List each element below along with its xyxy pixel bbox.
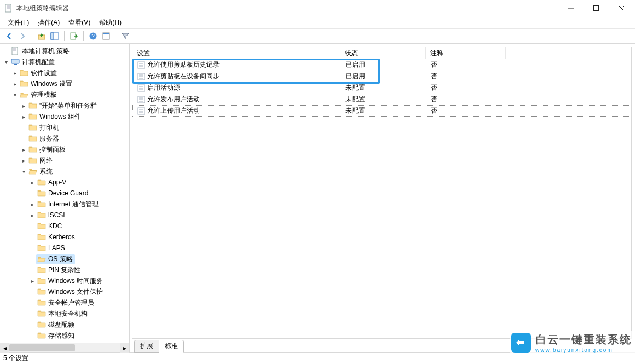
- setting-name-cell: 允许上传用户活动: [133, 106, 341, 115]
- tree-twisty[interactable]: ▸: [28, 278, 36, 284]
- setting-name-cell: 允许剪贴板在设备间同步: [133, 72, 341, 81]
- column-header-comment[interactable]: 注释: [426, 47, 506, 59]
- settings-list: 设置 状态 注释 允许使用剪贴板历史记录已启用否允许剪贴板在设备间同步已启用否启…: [132, 47, 632, 339]
- menu-view[interactable]: 查看(V): [64, 17, 95, 28]
- tree-label: Windows 设置: [31, 79, 72, 89]
- status-text: 5 个设置: [3, 354, 28, 363]
- setting-row[interactable]: 允许剪贴板在设备间同步已启用否: [132, 71, 631, 82]
- setting-name: 允许上传用户活动: [147, 106, 200, 115]
- tree-windows-components[interactable]: ▸Windows 组件: [2, 111, 129, 122]
- tree-label: Windows 时间服务: [48, 276, 103, 286]
- tree-computer-config[interactable]: ▾计算机配置: [2, 56, 129, 67]
- toolbar: ?: [0, 28, 635, 44]
- column-header-state[interactable]: 状态: [340, 47, 426, 59]
- tree-twisty[interactable]: ▸: [11, 70, 19, 76]
- close-button[interactable]: [609, 0, 634, 16]
- maximize-button[interactable]: [584, 0, 609, 16]
- tree-pin-complexity[interactable]: PIN 复杂性: [2, 264, 129, 275]
- tree-twisty[interactable]: ▸: [20, 114, 27, 120]
- tree-twisty[interactable]: ▸: [11, 81, 19, 87]
- window-title: 本地组策略编辑器: [16, 4, 558, 13]
- app-icon: [4, 4, 13, 13]
- scroll-right-arrow[interactable]: ▸: [120, 343, 129, 353]
- column-header-setting[interactable]: 设置: [132, 47, 340, 59]
- show-hide-tree-button[interactable]: [49, 30, 61, 42]
- setting-state-cell: 已启用: [341, 72, 426, 81]
- svg-rect-0: [5, 4, 11, 12]
- list-body[interactable]: 允许使用剪贴板历史记录已启用否允许剪贴板在设备间同步已启用否启用活动源未配置否允…: [132, 59, 631, 338]
- tree-printers[interactable]: 打印机: [2, 122, 129, 133]
- menu-bar: 文件(F) 操作(A) 查看(V) 帮助(H): [0, 16, 635, 28]
- tree-twisty[interactable]: ▾: [11, 92, 19, 98]
- tree-scroll[interactable]: 本地计算机 策略▾计算机配置▸软件设置▸Windows 设置▾管理模板▸"开始"…: [0, 44, 129, 343]
- tree-root[interactable]: 本地计算机 策略: [2, 45, 129, 56]
- tree-control-panel[interactable]: ▸控制面板: [2, 144, 129, 155]
- minimize-button[interactable]: [558, 0, 584, 16]
- tree-twisty[interactable]: ▸: [28, 212, 36, 218]
- tree-local-sec-auth[interactable]: 本地安全机构: [2, 308, 129, 319]
- tree-servers[interactable]: 服务器: [2, 133, 129, 144]
- tree-twisty[interactable]: ▸: [28, 201, 36, 207]
- menu-action[interactable]: 操作(A): [33, 17, 64, 28]
- tree-device-guard[interactable]: Device Guard: [2, 188, 129, 199]
- tab-extended[interactable]: 扩展: [134, 340, 159, 353]
- help-button[interactable]: ?: [87, 30, 99, 42]
- tree-windows-settings[interactable]: ▸Windows 设置: [2, 78, 129, 89]
- scroll-left-arrow[interactable]: ◂: [0, 343, 9, 353]
- tree-twisty[interactable]: ▸: [28, 180, 36, 186]
- tree-twisty[interactable]: ▾: [20, 169, 27, 175]
- tree-internet-comm[interactable]: ▸Internet 通信管理: [2, 199, 129, 210]
- svg-rect-22: [138, 62, 145, 68]
- setting-row[interactable]: 允许上传用户活动未配置否: [132, 105, 631, 117]
- tree-twisty[interactable]: ▸: [20, 103, 27, 109]
- setting-comment-cell: 否: [426, 106, 506, 115]
- tree-twisty[interactable]: ▸: [20, 158, 27, 164]
- tree-label: PIN 复杂性: [48, 265, 80, 275]
- setting-name: 允许发布用户活动: [147, 95, 200, 104]
- setting-row[interactable]: 启用活动源未配置否: [132, 82, 631, 94]
- tree-start-taskbar[interactable]: ▸"开始"菜单和任务栏: [2, 100, 129, 111]
- tree-win-time[interactable]: ▸Windows 时间服务: [2, 275, 129, 286]
- setting-row[interactable]: 允许使用剪贴板历史记录已启用否: [132, 59, 631, 71]
- tree-twisty[interactable]: ▸: [20, 147, 27, 153]
- horizontal-scrollbar[interactable]: ◂ ▸: [0, 343, 129, 352]
- svg-rect-5: [594, 6, 599, 11]
- forward-button[interactable]: [16, 30, 28, 42]
- tree-appv[interactable]: ▸App-V: [2, 177, 129, 188]
- tree-iscsi[interactable]: ▸iSCSI: [2, 210, 129, 221]
- tree-laps[interactable]: LAPS: [2, 242, 129, 253]
- svg-rect-14: [103, 33, 109, 39]
- tree-label: 打印机: [39, 123, 59, 132]
- svg-rect-38: [138, 108, 145, 114]
- tree-label: 计算机配置: [22, 57, 55, 67]
- tree-win-file-protect[interactable]: Windows 文件保护: [2, 286, 129, 297]
- setting-row[interactable]: 允许发布用户活动未配置否: [132, 94, 631, 105]
- tree-kerberos[interactable]: Kerberos: [2, 232, 129, 242]
- setting-comment-cell: 否: [426, 72, 506, 81]
- tree-network[interactable]: ▸网络: [2, 155, 129, 166]
- filter-button[interactable]: [119, 30, 131, 42]
- tree-label: Windows 组件: [39, 112, 81, 122]
- back-button[interactable]: [3, 30, 15, 42]
- export-list-button[interactable]: [68, 30, 80, 42]
- tree-os-policy[interactable]: OS 策略: [2, 253, 129, 264]
- up-folder-button[interactable]: [36, 30, 48, 42]
- watermark-logo: [511, 333, 531, 353]
- tree-system[interactable]: ▾系统: [2, 166, 129, 177]
- tree-sec-acct-mgr[interactable]: 安全帐户管理员: [2, 297, 129, 308]
- toolbar-separator: [32, 31, 32, 41]
- tree-storage-sense[interactable]: 存储感知: [2, 330, 129, 341]
- tree-twisty[interactable]: ▾: [2, 59, 10, 65]
- properties-button[interactable]: [100, 30, 112, 42]
- tab-standard[interactable]: 标准: [159, 340, 184, 353]
- scroll-thumb[interactable]: [9, 344, 75, 351]
- tree-disk-quota[interactable]: 磁盘配额: [2, 319, 129, 330]
- tree-software-settings[interactable]: ▸软件设置: [2, 67, 129, 78]
- svg-rect-21: [14, 64, 17, 65]
- tree-kdc[interactable]: KDC: [2, 221, 129, 232]
- tree-admin-templates[interactable]: ▾管理模板: [2, 89, 129, 100]
- menu-file[interactable]: 文件(F): [3, 17, 33, 28]
- menu-help[interactable]: 帮助(H): [95, 17, 126, 28]
- tree-label: App-V: [48, 178, 66, 186]
- svg-text:?: ?: [91, 33, 95, 39]
